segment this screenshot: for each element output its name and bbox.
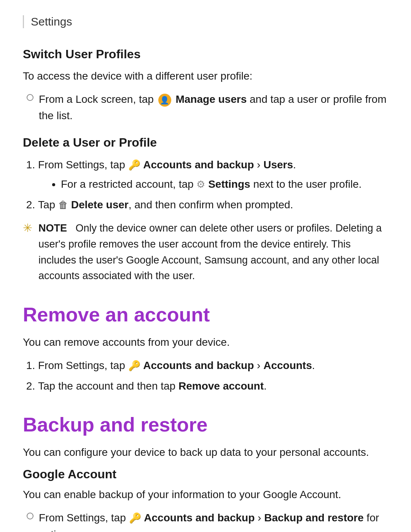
remove-account-steps: From Settings, tap 🔑 Accounts and backup… xyxy=(38,357,388,394)
delete-user-step-1: From Settings, tap 🔑 Accounts and backup… xyxy=(38,157,388,193)
accounts-backup-label-1: Accounts and backup xyxy=(143,159,254,171)
remove-account-step-1: From Settings, tap 🔑 Accounts and backup… xyxy=(38,357,388,374)
note-block: ✳ NOTE Only the device owner can delete … xyxy=(23,220,388,284)
circle-bullet-icon-2 xyxy=(27,513,33,519)
remove-account-label: Remove account xyxy=(178,380,264,392)
manage-users-label: Manage users xyxy=(175,93,247,105)
delete-user-sub-bullets: For a restricted account, tap ⚙ Settings… xyxy=(61,176,388,192)
google-account-step-content: From Settings, tap 🔑 Accounts and backup… xyxy=(39,510,388,532)
delete-user-label: Delete user xyxy=(71,199,129,211)
delete-user-step-2: Tap 🗑 Delete user, and then confirm when… xyxy=(38,197,388,213)
trash-icon-1: 🗑 xyxy=(58,199,68,211)
users-label: Users xyxy=(263,159,293,171)
remove-account-section: Remove an account You can remove account… xyxy=(23,303,388,394)
backup-restore-intro: You can configure your device to back up… xyxy=(23,444,388,460)
header-title: Settings xyxy=(31,15,72,28)
gear-icon-1: ⚙ xyxy=(196,179,205,190)
delete-user-heading: Delete a User or Profile xyxy=(23,136,388,150)
delete-user-steps: From Settings, tap 🔑 Accounts and backup… xyxy=(38,157,388,213)
manage-users-icon xyxy=(158,94,171,107)
key-icon-3: 🔑 xyxy=(129,512,141,524)
google-account-step: From Settings, tap 🔑 Accounts and backup… xyxy=(27,510,388,532)
page-header: Settings xyxy=(23,15,388,28)
switch-user-step-content: From a Lock screen, tap Manage users and… xyxy=(39,91,388,124)
google-account-intro: You can enable backup of your informatio… xyxy=(23,487,388,503)
delete-user-section: Delete a User or Profile From Settings, … xyxy=(23,136,388,284)
switch-user-profiles-section: Switch User Profiles To access the devic… xyxy=(23,47,388,124)
accounts-label: Accounts xyxy=(263,359,312,371)
backup-restore-nav-label: Backup and restore xyxy=(264,512,363,524)
circle-bullet-icon xyxy=(27,94,33,101)
switch-user-profiles-heading: Switch User Profiles xyxy=(23,47,388,61)
sun-icon: ✳ xyxy=(23,221,32,235)
switch-user-step: From a Lock screen, tap Manage users and… xyxy=(27,91,388,124)
settings-label: Settings xyxy=(208,178,250,190)
backup-restore-section: Backup and restore You can configure you… xyxy=(23,413,388,532)
google-account-section: Google Account You can enable backup of … xyxy=(23,467,388,532)
remove-account-heading: Remove an account xyxy=(23,303,388,326)
note-label: NOTE xyxy=(38,222,67,234)
backup-restore-heading: Backup and restore xyxy=(23,413,388,436)
google-account-heading: Google Account xyxy=(23,467,388,481)
key-icon-1: 🔑 xyxy=(128,159,140,171)
accounts-backup-label-3: Accounts and backup xyxy=(144,512,255,524)
remove-account-intro: You can remove accounts from your device… xyxy=(23,334,388,350)
note-text: NOTE Only the device owner can delete ot… xyxy=(38,220,388,284)
key-icon-2: 🔑 xyxy=(128,360,140,371)
switch-user-profiles-intro: To access the device with a different us… xyxy=(23,68,388,84)
remove-account-step-2: Tap the account and then tap Remove acco… xyxy=(38,378,388,394)
accounts-backup-label-2: Accounts and backup xyxy=(143,359,254,371)
delete-user-sub-step: For a restricted account, tap ⚙ Settings… xyxy=(61,176,388,192)
